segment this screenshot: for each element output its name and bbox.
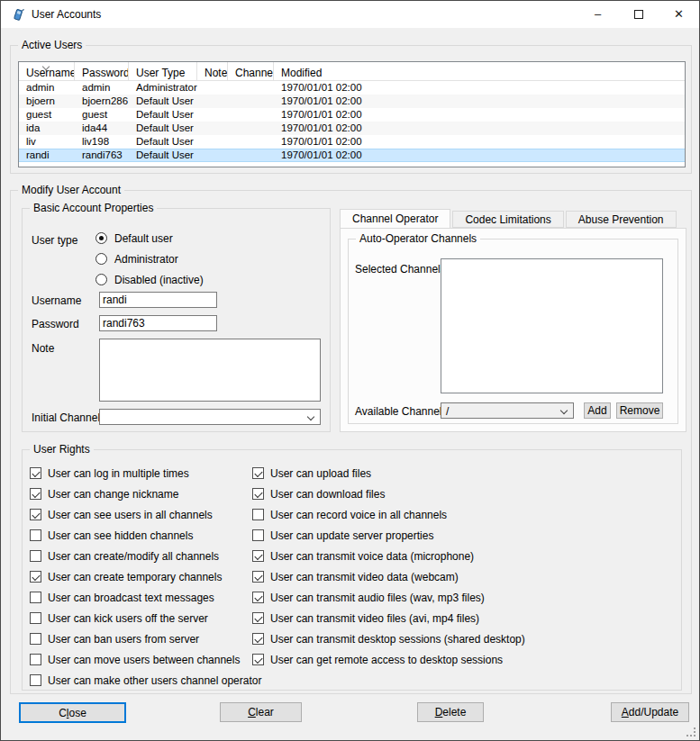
checkbox-checked-icon: [252, 612, 264, 624]
table-row-ida[interactable]: idaida44Default User1970/01/01 02:00: [19, 122, 685, 135]
username-field[interactable]: [99, 292, 217, 308]
checkbox-user-can-record-voice-in-all-channels[interactable]: User can record voice in all channels: [252, 504, 525, 525]
user-rights-right-column: User can upload filesUser can download f…: [252, 463, 525, 670]
radio-label: Disabled (inactive): [114, 274, 204, 286]
tab-codec-limitations[interactable]: Codec Limitations: [452, 211, 563, 228]
note-field[interactable]: [99, 339, 321, 402]
column-header-note[interactable]: Note: [197, 62, 228, 80]
users-table[interactable]: UsernamePasswordUser TypeNoteChannelModi…: [18, 61, 686, 167]
remove-channel-button[interactable]: Remove: [616, 402, 663, 419]
button-label-part: C: [59, 707, 67, 719]
clear-button[interactable]: Clear: [220, 702, 302, 722]
checkbox-label: User can see hidden channels: [48, 529, 193, 542]
selected-channels-listbox[interactable]: [441, 258, 663, 393]
checkbox-user-can-broadcast-text-messages[interactable]: User can broadcast text messages: [30, 587, 261, 608]
cell-user_type: Default User: [129, 149, 197, 162]
table-row-admin[interactable]: adminadminAdministrator1970/01/01 02:00: [19, 81, 685, 95]
minimize-button[interactable]: –: [577, 1, 618, 27]
remove-button-label: Remove: [620, 404, 660, 417]
checkbox-user-can-log-in-multiple-times[interactable]: User can log in multiple times: [30, 463, 261, 483]
checkbox-user-can-update-server-properties[interactable]: User can update server properties: [252, 525, 525, 546]
checkbox-unchecked-icon: [30, 529, 41, 541]
checkbox-user-can-transmit-voice-data-microphone-[interactable]: User can transmit voice data (microphone…: [252, 546, 525, 566]
checkbox-label: User can transmit video files (avi, mp4 …: [270, 612, 479, 625]
note-label: Note: [32, 342, 54, 355]
table-row-randi[interactable]: randirandi763Default User1970/01/01 02:0…: [19, 149, 685, 162]
checkbox-user-can-transmit-video-data-webcam-[interactable]: User can transmit video data (webcam): [252, 566, 525, 587]
active-users-group: Active Users UsernamePasswordUser TypeNo…: [10, 45, 692, 174]
tab-bar: Channel OperatorCodec LimitationsAbuse P…: [340, 209, 678, 228]
basic-account-properties-group: Basic Account Properties User type Defau…: [22, 208, 331, 432]
add-channel-button[interactable]: Add: [584, 402, 611, 419]
channel-operator-tab-page: Auto-Operator Channels Selected Channels…: [340, 228, 686, 432]
cell-note: [197, 135, 228, 149]
window-title: User Accounts: [32, 8, 101, 21]
checkbox-user-can-transmit-audio-files-wav-mp3-files-[interactable]: User can transmit audio files (wav, mp3 …: [252, 587, 525, 608]
table-row-guest[interactable]: guestguestDefault User1970/01/01 02:00: [19, 108, 685, 122]
checkbox-label: User can make other users channel operat…: [48, 674, 261, 687]
initial-channel-combobox[interactable]: [99, 409, 321, 425]
cell-note: [197, 108, 228, 122]
tab-channel-operator[interactable]: Channel Operator: [340, 209, 450, 228]
column-header-password[interactable]: Password: [75, 62, 129, 80]
maximize-button[interactable]: [618, 1, 659, 27]
checkbox-label: User can kick users off the server: [48, 612, 208, 625]
checkbox-user-can-move-users-between-channels[interactable]: User can move users between channels: [30, 649, 261, 670]
checkbox-user-can-get-remote-access-to-desktop-sessions[interactable]: User can get remote access to desktop se…: [252, 649, 525, 670]
checkbox-user-can-ban-users-from-server[interactable]: User can ban users from server: [30, 628, 261, 649]
titlebar[interactable]: User Accounts – ✕: [1, 1, 699, 28]
cell-password: ida44: [75, 122, 129, 135]
close-button[interactable]: Close: [19, 702, 126, 723]
button-label-part: ose: [68, 707, 86, 719]
checkbox-user-can-transmit-desktop-sessions-shared-desktop-[interactable]: User can transmit desktop sessions (shar…: [252, 628, 525, 649]
checkbox-user-can-transmit-video-files-avi-mp4-files-[interactable]: User can transmit video files (avi, mp4 …: [252, 608, 525, 628]
close-window-button[interactable]: ✕: [659, 1, 699, 27]
user-type-radio-default-user[interactable]: Default user: [95, 230, 204, 246]
user-type-radio-disabled-inactive-[interactable]: Disabled (inactive): [95, 272, 204, 287]
checkbox-user-can-make-other-users-channel-operator[interactable]: User can make other users channel operat…: [30, 670, 261, 691]
resize-grip[interactable]: [685, 726, 695, 736]
checkbox-unchecked-icon: [30, 633, 41, 645]
cell-channel: [228, 149, 274, 162]
cell-modified: 1970/01/01 02:00: [274, 81, 685, 95]
modify-user-account-label: Modify User Account: [18, 184, 124, 196]
checkbox-unchecked-icon: [30, 612, 41, 624]
password-field[interactable]: [99, 315, 217, 331]
column-header-user-type[interactable]: User Type: [129, 62, 197, 80]
checkbox-checked-icon: [30, 467, 41, 479]
checkbox-user-can-upload-files[interactable]: User can upload files: [252, 463, 525, 483]
tab-abuse-prevention[interactable]: Abuse Prevention: [566, 211, 677, 228]
column-header-channel[interactable]: Channel: [228, 62, 274, 80]
available-channels-combobox[interactable]: /: [441, 402, 574, 419]
checkbox-label: User can move users between channels: [48, 654, 240, 666]
table-row-liv[interactable]: livliv198Default User1970/01/01 02:00: [19, 135, 685, 149]
cell-user_type: Default User: [129, 108, 197, 122]
checkbox-user-can-create-temporary-channels[interactable]: User can create temporary channels: [30, 566, 261, 587]
column-header-modified[interactable]: Modified: [274, 62, 685, 80]
cell-user_type: Default User: [129, 122, 197, 135]
cell-username: ida: [19, 122, 75, 135]
cell-note: [197, 81, 228, 95]
close-icon: ✕: [674, 7, 684, 21]
cell-username: bjoern: [19, 95, 75, 108]
checkbox-label: User can see users in all channels: [48, 509, 213, 521]
radio-label: Administrator: [114, 253, 178, 266]
checkbox-user-can-change-nickname[interactable]: User can change nickname: [30, 483, 261, 504]
checkbox-user-can-download-files[interactable]: User can download files: [252, 483, 525, 504]
cell-username: randi: [19, 149, 75, 162]
user-type-radio-administrator[interactable]: Administrator: [95, 251, 204, 267]
add-update-button[interactable]: Add/Update: [611, 702, 689, 722]
checkbox-label: User can upload files: [270, 467, 371, 480]
cell-channel: [228, 81, 274, 95]
checkbox-user-can-see-users-in-all-channels[interactable]: User can see users in all channels: [30, 504, 261, 525]
auto-operator-channels-label: Auto-Operator Channels: [356, 232, 480, 245]
minimize-icon: –: [595, 7, 601, 21]
checkbox-user-can-see-hidden-channels[interactable]: User can see hidden channels: [30, 525, 261, 546]
checkbox-label: User can create/modify all channels: [48, 550, 219, 563]
checkbox-user-can-kick-users-off-the-server[interactable]: User can kick users off the server: [30, 608, 261, 628]
checkbox-user-can-create-modify-all-channels[interactable]: User can create/modify all channels: [30, 546, 261, 566]
table-row-bjoern[interactable]: bjoernbjoern286Default User1970/01/01 02…: [19, 95, 685, 108]
button-label-part: lear: [256, 706, 274, 718]
delete-button[interactable]: Delete: [417, 702, 484, 722]
users-table-header[interactable]: UsernamePasswordUser TypeNoteChannelModi…: [19, 62, 685, 81]
